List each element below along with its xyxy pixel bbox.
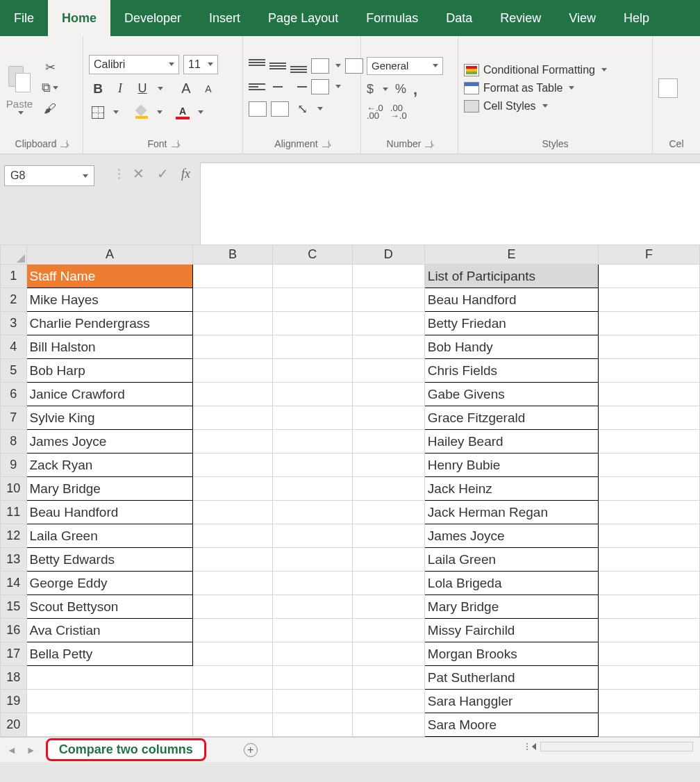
cell-A1[interactable]: Staff Name <box>26 265 193 288</box>
number-format-combo[interactable]: General <box>367 57 443 75</box>
cell-E16[interactable]: Missy Fairchild <box>424 619 598 642</box>
cell-D8[interactable] <box>352 430 424 454</box>
cell-D14[interactable] <box>352 572 424 595</box>
cell-B4[interactable] <box>193 335 273 359</box>
cell-C17[interactable] <box>272 642 352 666</box>
align-left-button[interactable] <box>249 80 265 94</box>
cell-F4[interactable] <box>598 335 699 359</box>
cell-D12[interactable] <box>352 524 424 548</box>
tab-view[interactable]: View <box>555 0 610 36</box>
align-bottom-button[interactable] <box>290 59 307 73</box>
cell-E3[interactable]: Betty Friedan <box>424 312 598 335</box>
cell-E19[interactable]: Sara Hanggler <box>424 690 598 713</box>
fill-color-button[interactable] <box>133 103 151 122</box>
format-painter-icon[interactable]: 🖌 <box>42 102 58 116</box>
cell-E17[interactable]: Morgan Brooks <box>424 642 598 666</box>
col-header-A[interactable]: A <box>26 245 193 265</box>
cell-B3[interactable] <box>193 312 273 335</box>
cell-A5[interactable]: Bob Harp <box>26 359 193 383</box>
row-header[interactable]: 7 <box>1 406 27 430</box>
cell-F13[interactable] <box>598 548 699 572</box>
row-header[interactable]: 14 <box>1 572 27 595</box>
row-header[interactable]: 8 <box>1 430 27 454</box>
cell-C2[interactable] <box>272 288 352 312</box>
col-header-B[interactable]: B <box>193 245 273 265</box>
tab-help[interactable]: Help <box>610 0 663 36</box>
sheet-nav-prev[interactable]: ◄ <box>7 744 17 756</box>
cell-B16[interactable] <box>193 619 273 642</box>
cell-A2[interactable]: Mike Hayes <box>26 288 193 312</box>
row-header[interactable]: 13 <box>1 548 27 572</box>
select-all-corner[interactable] <box>1 245 27 265</box>
cell-F16[interactable] <box>598 619 699 642</box>
cell-F17[interactable] <box>598 642 699 666</box>
cell-E10[interactable]: Jack Heinz <box>424 477 598 501</box>
cell-A6[interactable]: Janice Crawford <box>26 383 193 406</box>
hscroll-left[interactable] <box>532 743 536 750</box>
font-size-combo[interactable]: 11 <box>183 55 218 74</box>
tab-home[interactable]: Home <box>48 0 110 36</box>
grow-font-button[interactable]: A <box>177 80 195 98</box>
cell-D9[interactable] <box>352 454 424 477</box>
cell-D3[interactable] <box>352 312 424 335</box>
cell-B19[interactable] <box>193 690 273 713</box>
cell-C7[interactable] <box>272 406 352 430</box>
cell-F9[interactable] <box>598 454 699 477</box>
cell-C8[interactable] <box>272 430 352 454</box>
cell-D10[interactable] <box>352 477 424 501</box>
cell-C1[interactable] <box>272 265 352 288</box>
cell-C18[interactable] <box>272 666 352 690</box>
enter-button[interactable]: ✓ <box>157 165 169 182</box>
row-header[interactable]: 2 <box>1 288 27 312</box>
number-launcher[interactable] <box>425 140 432 147</box>
cell-B18[interactable] <box>193 666 273 690</box>
row-header[interactable]: 18 <box>1 666 27 690</box>
underline-button[interactable]: U <box>133 80 151 98</box>
row-header[interactable]: 6 <box>1 383 27 406</box>
italic-button[interactable]: I <box>111 80 129 98</box>
row-header[interactable]: 20 <box>1 713 27 737</box>
cut-icon[interactable]: ✂ <box>42 60 58 74</box>
cell-D19[interactable] <box>352 690 424 713</box>
row-header[interactable]: 11 <box>1 501 27 524</box>
cell-C19[interactable] <box>272 690 352 713</box>
cell-F8[interactable] <box>598 430 699 454</box>
cell-C3[interactable] <box>272 312 352 335</box>
cell-F14[interactable] <box>598 572 699 595</box>
cell-B7[interactable] <box>193 406 273 430</box>
cell-D1[interactable] <box>352 265 424 288</box>
cell-E1[interactable]: List of Participants <box>424 265 598 288</box>
cell-A7[interactable]: Sylvie King <box>26 406 193 430</box>
cell-E14[interactable]: Lola Brigeda <box>424 572 598 595</box>
cell-F3[interactable] <box>598 312 699 335</box>
cell-A20[interactable] <box>26 713 193 737</box>
cell-F1[interactable] <box>598 265 699 288</box>
alignment-launcher[interactable] <box>322 140 329 147</box>
cell-A13[interactable]: Betty Edwards <box>26 548 193 572</box>
formula-input[interactable] <box>200 163 700 246</box>
cell-B12[interactable] <box>193 524 273 548</box>
row-header[interactable]: 10 <box>1 477 27 501</box>
tab-developer[interactable]: Developer <box>110 0 195 36</box>
cell-C12[interactable] <box>272 524 352 548</box>
comma-button[interactable]: , <box>413 81 417 99</box>
cell-B9[interactable] <box>193 454 273 477</box>
cell-D16[interactable] <box>352 619 424 642</box>
name-box[interactable]: G8 <box>4 165 94 186</box>
tab-page-layout[interactable]: Page Layout <box>254 0 352 36</box>
cell-C11[interactable] <box>272 501 352 524</box>
cell-D13[interactable] <box>352 548 424 572</box>
sheet-tab-active[interactable]: Compare two columns <box>46 738 206 761</box>
align-middle-button[interactable] <box>269 59 286 73</box>
cell-A16[interactable]: Ava Cristian <box>26 619 193 642</box>
align-right-button[interactable] <box>290 80 307 94</box>
cell-styles-button[interactable]: Cell Styles <box>464 100 607 113</box>
cell-B14[interactable] <box>193 572 273 595</box>
row-header[interactable]: 17 <box>1 642 27 666</box>
cell-B6[interactable] <box>193 383 273 406</box>
cell-D11[interactable] <box>352 501 424 524</box>
decrease-indent-button[interactable] <box>249 101 267 117</box>
tab-insert[interactable]: Insert <box>195 0 254 36</box>
cell-D15[interactable] <box>352 595 424 619</box>
cell-A10[interactable]: Mary Bridge <box>26 477 193 501</box>
